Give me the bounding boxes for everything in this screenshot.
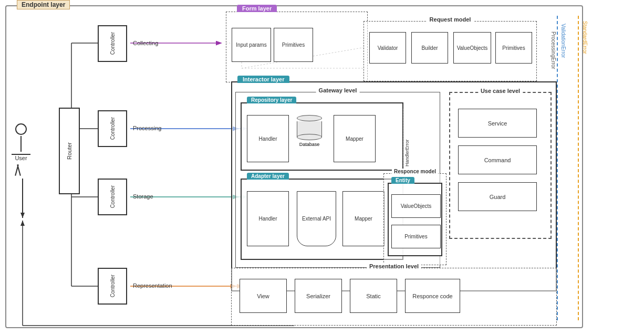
- presentation-level: Presentation level View Serializer Stati…: [231, 268, 557, 326]
- processing-label: Processing: [133, 125, 161, 131]
- handler-error-label: HandlerError: [403, 109, 410, 166]
- user-label: User: [15, 155, 27, 161]
- adapter-layer-label: Adapter layer: [247, 173, 289, 180]
- endpoint-layer-label: Endpoint layer: [17, 0, 70, 9]
- primitives-box-req: Primitives: [495, 32, 532, 64]
- repository-layer: Repository layer Handler Database Mapper…: [241, 102, 403, 171]
- responce-model-label: Responce model: [392, 169, 438, 174]
- diagram-container: Endpoint layer ProcessingError Validatio…: [0, 0, 644, 335]
- validation-error-line: [557, 16, 558, 320]
- collecting-label: Collecting: [133, 40, 158, 46]
- entity-label: Entity: [391, 177, 414, 184]
- router-box: Router: [59, 108, 80, 194]
- primitives-box-form: Primitives: [274, 28, 313, 62]
- command-box: Command: [458, 145, 537, 174]
- guard-box: Guard: [458, 182, 537, 211]
- mapper-box-repo: Mapper: [334, 115, 376, 162]
- controller-2-label: Controller: [110, 117, 116, 140]
- database-box: Database: [297, 115, 322, 147]
- repository-layer-label: Repository layer: [247, 97, 296, 103]
- service-box: Service: [458, 109, 537, 138]
- controller-4: Controller: [98, 268, 127, 305]
- external-api-box: External API: [297, 191, 336, 246]
- controller-1: Controller: [98, 25, 127, 62]
- controller-4-label: Controller: [110, 275, 116, 297]
- usecase-level-label: Use case level: [478, 88, 523, 94]
- handler-box-repo: Handler: [247, 115, 289, 162]
- representation-label: Representation: [133, 282, 172, 289]
- builder-box: Builder: [411, 32, 448, 64]
- controller-1-label: Controller: [110, 32, 116, 55]
- view-box: View: [240, 279, 287, 313]
- handler-box-adapter: Handler: [247, 191, 289, 246]
- router-label: Router: [66, 142, 72, 160]
- request-model-label: Request model: [427, 16, 474, 23]
- mapper-box-adapter: Mapper: [342, 191, 385, 246]
- gateway-level-label: Gateway level: [316, 87, 360, 93]
- adapter-layer: Adapter layer Handler External API Mappe…: [241, 179, 403, 260]
- primitives-box-entity: Primitives: [391, 225, 441, 248]
- validator-box: Validator: [369, 32, 406, 64]
- request-model: Request model Validator Builder ValueObj…: [363, 21, 537, 81]
- form-layer: Form layer Input params Primitives: [226, 12, 368, 82]
- user-head: [15, 123, 27, 135]
- presentation-level-label: Presentation level: [367, 263, 421, 269]
- controller-3-label: Controller: [110, 185, 116, 208]
- storage-label: Storage: [133, 193, 153, 200]
- form-layer-label: Form layer: [237, 5, 277, 12]
- valueobjects-box-req: ValueObjects: [453, 32, 491, 64]
- serializer-box: Serializer: [295, 279, 342, 313]
- validation-error-label: ValidationError: [560, 24, 566, 326]
- controller-3: Controller: [98, 179, 127, 215]
- user-arms: [12, 154, 30, 155]
- responce-code-box: Responce code: [405, 279, 460, 313]
- standard-error-line: [578, 16, 579, 320]
- controller-2: Controller: [98, 110, 127, 147]
- standard-error-label: StandardError: [582, 21, 588, 328]
- interactor-layer-label: Interactor layer: [237, 76, 289, 83]
- static-box: Static: [350, 279, 397, 313]
- usecase-level: Use case level Service Command Guard: [449, 92, 552, 239]
- valueobjects-box-entity: ValueObjects: [391, 194, 441, 218]
- entity-box: Entity ValueObjects Primitives: [388, 183, 442, 256]
- input-params-box: Input params: [232, 28, 271, 62]
- user-body: [20, 136, 22, 152]
- user-figure: User: [12, 123, 30, 161]
